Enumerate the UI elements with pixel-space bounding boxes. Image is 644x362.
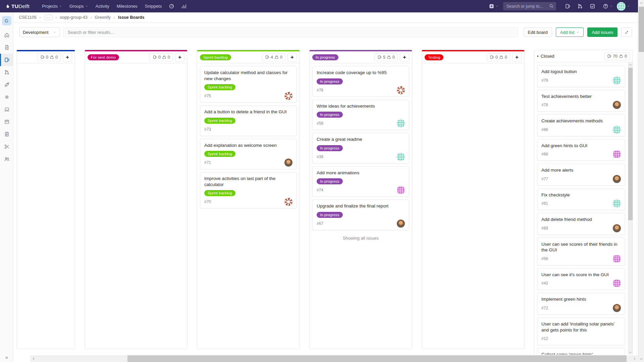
issue-card[interactable]: Add explanation as welcome screenSprint … (200, 139, 297, 170)
vertical-scroll-thumb[interactable] (639, 7, 644, 52)
tudelft-logo[interactable]: TUDelft (5, 3, 30, 10)
column-scrollbar[interactable] (628, 62, 633, 355)
issue-card[interactable]: Add a button to delete a friend in the G… (200, 105, 297, 136)
nav-menu-item-milestones[interactable]: Milestones (113, 0, 141, 12)
assignee-avatar[interactable] (613, 126, 621, 134)
assignee-avatar[interactable] (284, 159, 292, 167)
edit-board-button[interactable]: Edit board (524, 27, 552, 37)
assignee-avatar[interactable] (613, 101, 621, 109)
issue-card[interactable]: Add delete friend method#69 (537, 213, 625, 235)
issue-card[interactable]: Create achievements methods#66 (537, 114, 625, 136)
assignee-avatar[interactable] (613, 279, 621, 287)
new-menu-button[interactable] (489, 4, 498, 9)
issue-card[interactable]: User can see scores of their friends in … (537, 238, 625, 265)
add-issue-button[interactable]: + (400, 53, 409, 62)
sidebar-item-issue-boards[interactable] (0, 54, 13, 66)
nav-menu-item-snippets[interactable]: Snippets (141, 0, 166, 12)
assignee-avatar[interactable] (613, 150, 621, 158)
sidebar-item-snippets[interactable] (0, 140, 13, 153)
issue-card[interactable]: Add green hints to GUI#68 (537, 139, 625, 161)
issue-card[interactable]: Upgrade and finalize the final reportIn … (312, 199, 409, 230)
dashboard-icon[interactable] (169, 3, 174, 9)
assignee-avatar[interactable] (397, 186, 405, 194)
sidebar-item-packages[interactable] (0, 116, 13, 128)
assignee-avatar[interactable] (284, 198, 292, 206)
issue-card[interactable]: Collect some 'green hints'#64 (537, 348, 625, 355)
issue-label[interactable]: In progress (317, 112, 343, 118)
issue-card[interactable]: Write ideas for achievementsIn progress#… (312, 100, 409, 130)
sidebar-item-environments[interactable] (0, 103, 13, 116)
issue-label[interactable]: In progress (317, 78, 343, 84)
scroll-up-arrow[interactable] (638, 0, 644, 6)
issue-card[interactable]: Increase code coverage up to %95In progr… (312, 66, 409, 97)
issue-label[interactable]: In progress (317, 178, 343, 184)
issue-label[interactable]: Sprint backlog (204, 190, 235, 196)
add-issue-button[interactable]: + (175, 53, 184, 62)
page-vertical-scrollbar[interactable] (638, 0, 644, 362)
sidebar-item-members[interactable] (0, 153, 13, 165)
breadcrumb-item-cse1105[interactable]: CSE1105 (19, 15, 37, 20)
breadcrumb-item-oopp-group-43[interactable]: oopp-group-43 (60, 15, 88, 20)
nav-menu-item-projects[interactable]: Projects (38, 0, 66, 12)
fullscreen-button[interactable] (621, 27, 632, 37)
board-filter-input[interactable] (63, 27, 518, 37)
issue-card[interactable]: Update calculator method and classes for… (200, 66, 297, 103)
issue-card[interactable]: User can see it's score in the GUI#43 (537, 268, 625, 290)
column-title[interactable]: ▾Closed (537, 54, 554, 59)
assignee-avatar[interactable] (397, 86, 405, 94)
add-issue-button[interactable]: + (287, 53, 297, 62)
add-issue-button[interactable]: + (63, 53, 72, 62)
breadcrumb-item-greenify[interactable]: Greenify (95, 15, 111, 20)
column-label[interactable]: In progress (312, 54, 338, 60)
horizontal-scroll-thumb[interactable] (127, 355, 627, 362)
issues-icon[interactable] (565, 3, 571, 9)
issue-card[interactable]: Create a great readmeIn progress#39 (312, 133, 409, 164)
issue-card[interactable]: Add more animationsIn progress#74 (312, 166, 409, 197)
sidebar-item-operations[interactable] (0, 91, 13, 103)
issue-label[interactable]: In progress (317, 145, 343, 151)
user-menu-button[interactable] (617, 2, 630, 11)
issue-label[interactable]: Sprint backlog (204, 118, 235, 124)
scroll-up-arrow[interactable] (628, 62, 633, 67)
scroll-left-arrow[interactable] (30, 355, 37, 362)
add-issues-button[interactable]: Add issues (587, 27, 618, 37)
sidebar-item-ci-cd[interactable] (0, 78, 13, 91)
column-label[interactable]: Sprint backlog (200, 54, 231, 60)
issue-card[interactable]: Add more alerts#77 (537, 164, 625, 186)
assignee-avatar[interactable] (613, 199, 621, 207)
assignee-avatar[interactable] (284, 92, 292, 100)
todos-icon[interactable] (590, 3, 595, 9)
sidebar-item-analytics[interactable] (0, 128, 13, 140)
assignee-avatar[interactable] (613, 255, 621, 263)
issue-label[interactable]: Sprint backlog (204, 151, 235, 157)
assignee-avatar[interactable] (397, 119, 405, 127)
project-avatar[interactable]: G (2, 16, 11, 25)
assignee-avatar[interactable] (613, 76, 621, 84)
board-switcher-dropdown[interactable]: Development (19, 27, 60, 37)
merge-requests-icon[interactable] (577, 3, 583, 9)
issue-card[interactable]: Test achievements better#78 (537, 90, 625, 112)
charts-icon[interactable] (181, 3, 187, 9)
sidebar-item-home[interactable] (0, 29, 13, 41)
sidebar-item-merge-requests[interactable] (0, 66, 13, 78)
scroll-down-arrow[interactable] (638, 356, 644, 362)
assignee-avatar[interactable] (613, 175, 621, 183)
scroll-down-arrow[interactable] (628, 350, 633, 355)
global-search-input[interactable] (503, 2, 556, 10)
nav-menu-item-activity[interactable]: Activity (92, 0, 113, 12)
scroll-right-arrow[interactable] (631, 355, 638, 362)
breadcrumb-ellipsis-button[interactable]: ··· (44, 15, 53, 20)
column-scroll-thumb[interactable] (628, 68, 633, 220)
issue-card[interactable]: Add logout button#79 (537, 65, 625, 87)
add-issue-button[interactable]: + (512, 53, 522, 62)
assignee-avatar[interactable] (397, 153, 405, 161)
add-list-button[interactable]: Add list (556, 27, 584, 37)
issue-card[interactable]: Fix checkstyle#61 (537, 188, 625, 210)
column-label[interactable]: Testing (425, 54, 443, 60)
assignee-avatar[interactable] (613, 304, 621, 312)
column-label[interactable]: For next demo (88, 54, 119, 60)
issue-label[interactable]: In progress (317, 212, 343, 218)
issue-card[interactable]: User can add 'installing solar panels' a… (537, 317, 625, 345)
nav-menu-item-groups[interactable]: Groups (66, 0, 92, 12)
issue-card[interactable]: Improve activities on last part of the c… (200, 172, 297, 208)
